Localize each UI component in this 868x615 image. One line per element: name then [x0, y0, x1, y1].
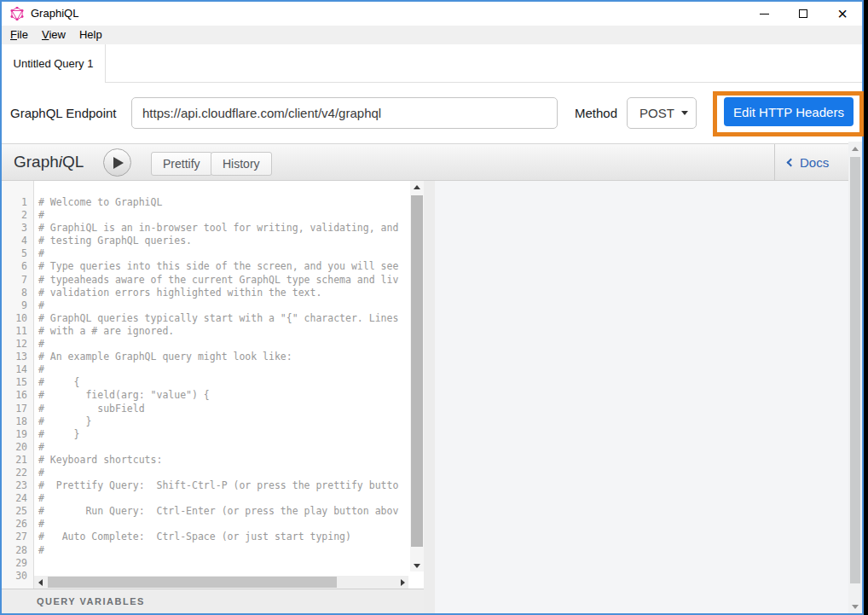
- menu-bar: FileViewHelp: [2, 26, 862, 44]
- history-button[interactable]: History: [211, 152, 272, 176]
- horizontal-scroll-thumb[interactable]: [48, 577, 337, 588]
- line-number: 3: [2, 222, 33, 235]
- line-number: 4: [2, 235, 33, 247]
- play-icon: [113, 157, 124, 169]
- docs-toggle-link[interactable]: Docs: [788, 144, 829, 180]
- code-line: #: [35, 544, 410, 557]
- code-line: #: [35, 492, 410, 505]
- scroll-up-arrow[interactable]: [410, 181, 424, 193]
- menu-item-file[interactable]: File: [3, 26, 35, 44]
- vertical-scroll-thumb[interactable]: [411, 195, 423, 547]
- code-line: #: [35, 338, 410, 351]
- endpoint-row: GraphQL Endpoint Method POST Edit HTTP H…: [2, 83, 862, 143]
- line-number: 22: [2, 467, 33, 479]
- code-line: # subField: [35, 403, 410, 415]
- gutter: 1234567891011121314151617181920212223242…: [2, 181, 34, 589]
- scroll-down-arrow[interactable]: [848, 600, 862, 613]
- code-line: #: [35, 209, 410, 222]
- query-editor-pane: 1234567891011121314151617181920212223242…: [2, 181, 424, 589]
- line-number: 30: [2, 570, 33, 583]
- editor-vertical-scrollbar[interactable]: [410, 181, 424, 571]
- close-button[interactable]: ×: [823, 2, 862, 26]
- line-number: 18: [2, 415, 33, 428]
- line-number: 17: [2, 403, 33, 415]
- code-line: # GraphiQL is an in-browser tool for wri…: [35, 222, 410, 235]
- docs-label: Docs: [800, 155, 829, 170]
- graphiql-toolbar: GraphiQL Prettify History Docs: [2, 143, 848, 181]
- code-line: #: [35, 299, 410, 312]
- line-number: 25: [2, 505, 33, 518]
- minimize-icon: [760, 14, 769, 15]
- line-number: 2: [2, 209, 33, 222]
- logo-text-graph: Graph: [14, 153, 59, 171]
- annotation-highlight-box: Edit HTTP Headers: [713, 91, 864, 136]
- graphql-logo-icon: [10, 7, 24, 20]
- chevron-down-icon: [681, 111, 688, 115]
- line-number: 16: [2, 389, 33, 402]
- line-number: 26: [2, 518, 33, 531]
- code-line: # An example GraphQL query might look li…: [35, 351, 410, 363]
- pane-divider: [424, 181, 435, 613]
- result-pane: [435, 181, 848, 613]
- code-line: [35, 557, 410, 570]
- line-number: 10: [2, 312, 33, 325]
- endpoint-label: GraphQL Endpoint: [10, 83, 117, 143]
- title-bar: GraphiQL ×: [2, 2, 862, 26]
- scroll-down-arrow[interactable]: [410, 560, 424, 571]
- app-window: GraphiQL × FileViewHelp Untitled Query 1…: [0, 0, 864, 615]
- code-line: # Prettify Query: Shift-Ctrl-P (or press…: [35, 479, 410, 492]
- code-line: # }: [35, 428, 410, 441]
- code-line: #: [35, 467, 410, 479]
- code-line: # Type queries into this side of the scr…: [35, 260, 410, 273]
- menu-item-help[interactable]: Help: [72, 26, 109, 44]
- window-vertical-scrollbar[interactable]: [848, 142, 862, 613]
- code-line: # typeaheads aware of the current GraphQ…: [35, 274, 410, 287]
- scroll-right-arrow[interactable]: [396, 576, 408, 589]
- code-lines[interactable]: # Welcome to GraphiQL## GraphiQL is an i…: [35, 181, 410, 589]
- code-line: # GraphQL queries typically start with a…: [35, 312, 410, 325]
- code-line: # }: [35, 415, 410, 428]
- window-scroll-thumb[interactable]: [850, 157, 860, 583]
- line-number: 9: [2, 299, 33, 312]
- line-number: 8: [2, 287, 33, 299]
- execute-query-button[interactable]: [103, 148, 131, 177]
- maximize-icon: [799, 9, 807, 18]
- graphiql-logo-title: GraphiQL: [14, 144, 84, 180]
- method-select[interactable]: POST: [627, 97, 697, 129]
- method-value: POST: [639, 106, 674, 120]
- line-number: 13: [2, 351, 33, 363]
- tab-untitled-query-1[interactable]: Untitled Query 1: [2, 44, 106, 83]
- tab-bar: Untitled Query 1: [2, 44, 862, 83]
- query-variables-bar[interactable]: QUERY VARIABLES: [2, 589, 424, 613]
- editor-horizontal-scrollbar[interactable]: [34, 576, 408, 589]
- edit-http-headers-button[interactable]: Edit HTTP Headers: [724, 97, 854, 126]
- code-line: # validation errors highlighted within t…: [35, 287, 410, 299]
- code-line: # field(arg: "value") {: [35, 389, 410, 402]
- code-line: # Run Query: Ctrl-Enter (or press the pl…: [35, 505, 410, 518]
- toolbar-separator: [774, 144, 775, 180]
- chevron-left-icon: [787, 158, 796, 166]
- minimize-button[interactable]: [744, 2, 784, 26]
- code-line: # with a # are ignored.: [35, 325, 410, 338]
- prettify-button[interactable]: Prettify: [151, 152, 212, 176]
- line-number: 19: [2, 428, 33, 441]
- code-line: # Welcome to GraphiQL: [35, 196, 410, 209]
- line-number: 28: [2, 544, 33, 557]
- logo-text-ql: QL: [62, 153, 84, 171]
- code-line: # testing GraphQL queries.: [35, 235, 410, 247]
- line-number: 1: [2, 196, 33, 209]
- line-number: 27: [2, 531, 33, 543]
- scroll-up-arrow[interactable]: [848, 142, 862, 155]
- endpoint-input[interactable]: [131, 97, 558, 129]
- menu-item-view[interactable]: View: [35, 26, 72, 44]
- window-title: GraphiQL: [31, 2, 78, 26]
- line-number: 29: [2, 557, 33, 570]
- scroll-left-arrow[interactable]: [34, 576, 46, 589]
- maximize-button[interactable]: [784, 2, 823, 26]
- close-icon: ×: [837, 5, 848, 22]
- line-number: 24: [2, 492, 33, 505]
- query-variables-label: QUERY VARIABLES: [2, 596, 145, 606]
- line-number: 5: [2, 247, 33, 260]
- line-number: 12: [2, 338, 33, 351]
- code-line: # Auto Complete: Ctrl-Space (or just sta…: [35, 531, 410, 543]
